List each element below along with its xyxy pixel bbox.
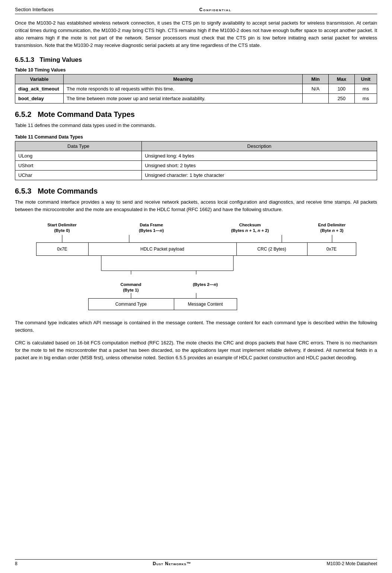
footer-page-number: 8 [15, 561, 17, 566]
box-crc: CRC (2 Bytes) [237, 243, 307, 255]
cell-variable: diag_ack_timeout [15, 84, 64, 93]
hdlc-diagram: Start Delimiter(Byte 0) Data Frame(Bytes… [36, 222, 356, 310]
box-command-type: Command Type [89, 299, 174, 310]
table10-header-unit: Unit [355, 74, 377, 84]
table-row: boot_delay The time between mote power u… [15, 93, 377, 103]
header-center: Confidential [199, 7, 231, 12]
box-end-0x7e: 0x7E [307, 243, 356, 255]
table10-header-variable: Variable [15, 74, 64, 84]
cell-unit: ms [355, 84, 377, 93]
sub-label-bytes: (Bytes 2—n) [174, 282, 237, 293]
section-652: 6.5.2 Mote Command Data Types Table 11 d… [15, 110, 377, 180]
header-bar: Section Interfaces Confidential [15, 7, 377, 14]
box-start-0x7e: 0x7E [36, 243, 89, 255]
sub-label-command: Command(Byte 1) [88, 282, 174, 293]
cell-variable: boot_delay [15, 93, 64, 103]
footer-company: Dust Networks™ [153, 561, 191, 566]
footer-bar: 8 Dust Networks™ M1030-2 Mote Datasheet [15, 559, 377, 566]
table-row: ULong Unsigned long: 4 bytes [15, 151, 377, 160]
cell-description: Unsigned short: 2 bytes [142, 160, 377, 170]
footer-document: M1030-2 Mote Datasheet [327, 561, 377, 566]
table-row: UShort Unsigned short: 2 bytes [15, 160, 377, 170]
label-start-delimiter: Start Delimiter(Byte 0) [36, 222, 88, 233]
table-row: UChar Unsigned character: 1 byte charact… [15, 170, 377, 180]
section-653-para1: The mote command interface provides a wa… [15, 198, 377, 213]
box-message-content: Message Content [174, 299, 237, 310]
box-hdlc-payload: HDLC Packet payload [89, 243, 237, 255]
section-652-intro: Table 11 defines the command data types … [15, 122, 377, 129]
diagram-labels-row: Start Delimiter(Byte 0) Data Frame(Bytes… [36, 222, 356, 233]
cell-description: Unsigned character: 1 byte character [142, 170, 377, 180]
cell-max: 250 [329, 93, 355, 103]
page: Section Interfaces Confidential Once the… [0, 0, 392, 573]
header-left: Section Interfaces [15, 7, 54, 12]
sub-labels-row: Command(Byte 1) (Bytes 2—n) [88, 282, 237, 293]
section-653: 6.5.3 Mote Commands The mote command int… [15, 187, 377, 362]
sub-connector-svg [36, 293, 356, 298]
cell-meaning: The time between mote power up and seria… [64, 93, 303, 103]
diagram-boxes-row: 0x7E HDLC Packet payload CRC (2 Bytes) 0… [36, 242, 356, 256]
cell-min: N/A [303, 84, 329, 93]
hdlc-connector-svg [36, 256, 356, 282]
cell-max: 100 [329, 84, 355, 93]
table10-header-min: Min [303, 74, 329, 84]
cell-min [303, 93, 329, 103]
cell-meaning: The mote responds to all requests within… [64, 84, 303, 93]
intro-paragraph: Once the M1030-2 has established wireles… [15, 19, 377, 50]
top-connector-lines [36, 235, 356, 242]
cell-datatype: UChar [15, 170, 142, 180]
cell-description: Unsigned long: 4 bytes [142, 151, 377, 160]
cell-datatype: ULong [15, 151, 142, 160]
section-653-para2: The command type indicates which API mes… [15, 319, 377, 334]
label-data-frame: Data Frame(Bytes 1—n) [111, 222, 192, 233]
table10: Variable Meaning Min Max Unit diag_ack_t… [15, 74, 377, 104]
section-651-heading: 6.5.1.3 Timing Values [15, 56, 377, 64]
label-checksum: Checksum(Bytes n + 1, n + 2) [215, 222, 286, 233]
table11-header-datatype: Data Type [15, 141, 142, 151]
table11: Data Type Description ULong Unsigned lon… [15, 141, 377, 180]
section-651: 6.5.1.3 Timing Values Table 10 Timing Va… [15, 56, 377, 104]
section-653-heading: 6.5.3 Mote Commands [15, 187, 377, 195]
cell-unit: ms [355, 93, 377, 103]
table11-header-description: Description [142, 141, 377, 151]
table11-caption: Table 11 Command Data Types [15, 134, 377, 140]
table10-header-meaning: Meaning [64, 74, 303, 84]
label-end-delimiter: End Delimiter(Byte n + 3) [308, 222, 356, 233]
section-652-heading: 6.5.2 Mote Command Data Types [15, 110, 377, 119]
table10-header-max: Max [329, 74, 355, 84]
section-653-para3: CRC is calculated based on 16-bit FCS co… [15, 339, 377, 362]
cell-datatype: UShort [15, 160, 142, 170]
sub-boxes-row: Command Type Message Content [88, 298, 237, 310]
table10-caption: Table 10 Timing Values [15, 67, 377, 73]
table-row: diag_ack_timeout The mote responds to al… [15, 84, 377, 93]
